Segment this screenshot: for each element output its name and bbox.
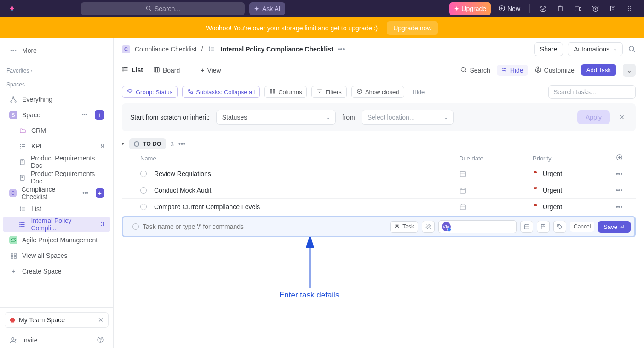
sidebar-compliance[interactable]: C Compliance Checklist ••• +: [3, 185, 110, 201]
sidebar-invite[interactable]: Invite: [3, 332, 110, 348]
col-due[interactable]: Due date: [459, 155, 533, 162]
status-circle-icon[interactable]: [140, 187, 147, 194]
topbar: Search... ✦ Ask AI ✦ Upgrade New: [0, 0, 644, 17]
new-button[interactable]: New: [498, 5, 520, 13]
status-circle-icon[interactable]: [132, 223, 139, 230]
group-chip[interactable]: Group: Status: [122, 86, 178, 98]
statuses-select[interactable]: Statuses ⌄: [216, 110, 336, 125]
sidebar-viewall[interactable]: View all Spaces: [3, 248, 110, 263]
flag-icon[interactable]: [537, 221, 550, 233]
more-icon[interactable]: •••: [611, 187, 627, 194]
assignee-field[interactable]: VM ': [438, 220, 517, 233]
add-view[interactable]: + View: [201, 60, 221, 80]
global-search[interactable]: Search...: [81, 2, 245, 15]
table-row[interactable]: Review Regulations Urgent •••: [122, 165, 636, 182]
add-button[interactable]: +: [96, 188, 104, 198]
tab-board[interactable]: Board: [153, 60, 180, 80]
video-icon[interactable]: [571, 5, 584, 13]
spaces-header[interactable]: Spaces: [0, 78, 113, 91]
priority-cell[interactable]: Urgent: [533, 170, 611, 177]
hide-link[interactable]: Hide: [413, 89, 425, 96]
tag-icon[interactable]: [553, 221, 566, 233]
sidebar-kpi[interactable]: KPI 9: [3, 138, 110, 154]
breadcrumb-page[interactable]: Internal Policy Compliance Checklist: [221, 46, 334, 53]
due-date-cell[interactable]: [459, 203, 533, 211]
team-space-chip[interactable]: ⬣ My Team Space ✕: [5, 312, 109, 328]
help-icon[interactable]: [97, 336, 104, 345]
table-row[interactable]: Compare Current Compliance Levels Urgent…: [122, 199, 636, 215]
task-name[interactable]: Compare Current Compliance Levels: [154, 203, 459, 211]
automations-button[interactable]: Automations ⌄: [568, 42, 623, 56]
space-badge: C: [122, 45, 130, 53]
upgrade-button[interactable]: ✦ Upgrade: [449, 2, 491, 15]
share-button[interactable]: Share: [534, 42, 563, 56]
priority-cell[interactable]: Urgent: [533, 186, 611, 194]
check-circle-icon[interactable]: [536, 5, 549, 13]
status-circle-icon[interactable]: [140, 171, 147, 177]
task-type-button[interactable]: Task: [390, 221, 418, 233]
due-date-cell[interactable]: [459, 187, 533, 194]
notepad-icon[interactable]: [606, 5, 619, 12]
sidebar-crm[interactable]: CRM: [3, 123, 110, 138]
new-task-input[interactable]: [143, 223, 386, 230]
sidebar-list[interactable]: List: [3, 201, 110, 217]
save-button[interactable]: Save ↵: [598, 221, 631, 233]
subtasks-chip[interactable]: Subtasks: Collapse all: [182, 86, 260, 98]
sidebar-prd2[interactable]: Product Requirements Doc: [3, 170, 110, 185]
sidebar-prd1[interactable]: Product Requirements Doc: [3, 154, 110, 170]
status-circle-icon[interactable]: [140, 204, 147, 210]
ask-ai-button[interactable]: ✦ Ask AI: [249, 2, 285, 15]
views-search[interactable]: Search: [460, 60, 490, 80]
more-icon[interactable]: •••: [178, 140, 185, 148]
sliders-icon: [501, 67, 507, 74]
add-button[interactable]: +: [95, 110, 104, 120]
apply-button[interactable]: Apply: [577, 110, 610, 124]
col-name[interactable]: Name: [140, 155, 459, 162]
columns-chip[interactable]: Columns: [264, 86, 307, 98]
hide-button[interactable]: Hide: [497, 65, 528, 76]
sidebar-space[interactable]: S Space ••• +: [3, 107, 110, 123]
status-pill[interactable]: TO DO: [129, 138, 166, 149]
show-closed-chip[interactable]: Show closed: [351, 86, 404, 98]
close-icon[interactable]: ✕: [98, 316, 104, 324]
col-priority[interactable]: Priority: [533, 155, 611, 162]
wand-icon[interactable]: [422, 221, 435, 233]
sidebar-create-space[interactable]: + Create Space: [3, 263, 110, 279]
alarm-icon[interactable]: [589, 5, 602, 13]
apps-grid-icon[interactable]: [624, 5, 637, 12]
app-logo[interactable]: [7, 4, 17, 13]
sidebar-agile[interactable]: Agile Project Management: [3, 232, 110, 248]
more-icon[interactable]: •••: [611, 170, 627, 177]
chevron-down-icon[interactable]: ⌄: [623, 64, 636, 77]
sidebar-everything[interactable]: Everything: [3, 91, 110, 107]
priority-cell[interactable]: Urgent: [533, 203, 611, 211]
clipboard-icon[interactable]: [554, 5, 567, 12]
search-tasks-input[interactable]: Search tasks...: [548, 85, 636, 99]
more-icon[interactable]: •••: [82, 190, 88, 196]
breadcrumb-space[interactable]: Compliance Checklist: [135, 46, 197, 53]
viewall-label: View all Spaces: [22, 252, 68, 259]
due-date-cell[interactable]: [459, 170, 533, 177]
upgrade-now-button[interactable]: Upgrade now: [387, 21, 438, 35]
location-select[interactable]: Select location... ⌄: [362, 110, 454, 125]
tab-list[interactable]: List: [122, 60, 143, 80]
task-name[interactable]: Conduct Mock Audit: [154, 187, 459, 194]
filters-chip[interactable]: Filters: [311, 86, 346, 98]
start-scratch-link[interactable]: Start from scratch: [130, 114, 181, 121]
date-icon[interactable]: [520, 221, 533, 233]
task-name[interactable]: Review Regulations: [154, 170, 459, 177]
add-column-icon[interactable]: [611, 154, 627, 162]
more-icon[interactable]: •••: [338, 46, 345, 53]
favorites-header[interactable]: Favorites ›: [0, 64, 113, 78]
collapse-icon[interactable]: ▸: [120, 143, 126, 145]
more-icon[interactable]: •••: [81, 112, 87, 118]
close-icon[interactable]: ✕: [616, 114, 627, 121]
customize-button[interactable]: Customize: [535, 60, 575, 80]
add-task-button[interactable]: Add Task: [581, 64, 616, 76]
sidebar-more[interactable]: More: [3, 43, 110, 58]
table-row[interactable]: Conduct Mock Audit Urgent •••: [122, 182, 636, 199]
more-icon[interactable]: •••: [611, 203, 627, 211]
sidebar-internal-policy[interactable]: Internal Policy Compli... 3: [3, 217, 110, 232]
search-icon[interactable]: [627, 45, 636, 53]
cancel-button[interactable]: Cancel: [570, 222, 594, 232]
